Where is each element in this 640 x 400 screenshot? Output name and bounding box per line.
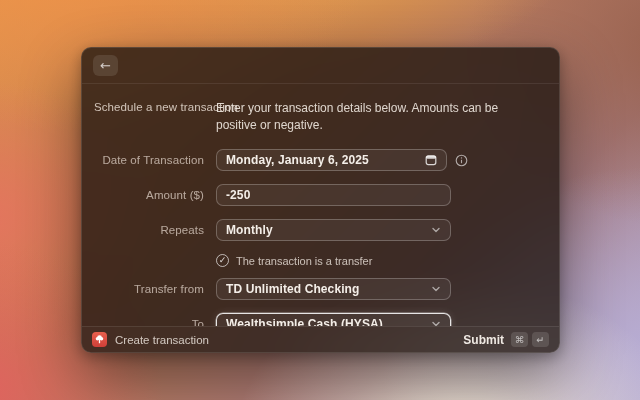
- chevron-down-icon: [431, 319, 441, 326]
- date-input[interactable]: Monday, January 6, 2025: [216, 149, 447, 171]
- submit-button[interactable]: Submit: [463, 333, 504, 347]
- transfer-to-value: Wealthsimple Cash (HYSA): [226, 317, 425, 326]
- transfer-checkbox-row: ✓ The transaction is a transfer: [94, 254, 547, 267]
- transfer-to-dropdown[interactable]: Wealthsimple Cash (HYSA): [216, 313, 451, 326]
- transfer-checkbox-label: The transaction is a transfer: [236, 255, 372, 267]
- amount-value: -250: [226, 188, 441, 202]
- modal-header: ←: [82, 48, 559, 84]
- back-button[interactable]: ←: [93, 55, 118, 76]
- transfer-checkbox[interactable]: ✓ The transaction is a transfer: [216, 254, 451, 267]
- info-icon[interactable]: [455, 154, 468, 167]
- app-tree-icon: [92, 332, 107, 347]
- checkbox-checked-icon: ✓: [216, 254, 229, 267]
- submit-shortcut: ⌘ ↵: [511, 332, 549, 347]
- transfer-to-label: To: [94, 318, 204, 326]
- section-label: Schedule a new transaction: [94, 100, 204, 113]
- command-key-icon: ⌘: [511, 332, 528, 347]
- transfer-from-value: TD Unlimited Checking: [226, 282, 425, 296]
- date-label: Date of Transaction: [94, 154, 204, 166]
- transfer-from-dropdown[interactable]: TD Unlimited Checking: [216, 278, 451, 300]
- repeats-dropdown[interactable]: Monthly: [216, 219, 451, 241]
- transfer-to-row: To Wealthsimple Cash (HYSA): [94, 313, 547, 326]
- return-key-icon: ↵: [532, 332, 549, 347]
- transfer-from-label: Transfer from: [94, 283, 204, 295]
- back-arrow-icon: ←: [100, 59, 111, 72]
- repeats-row: Repeats Monthly: [94, 219, 547, 241]
- chevron-down-icon: [431, 225, 441, 235]
- transfer-from-row: Transfer from TD Unlimited Checking: [94, 278, 547, 300]
- amount-input[interactable]: -250: [216, 184, 451, 206]
- repeats-value: Monthly: [226, 223, 425, 237]
- repeats-label: Repeats: [94, 224, 204, 236]
- chevron-down-icon: [431, 284, 441, 294]
- transaction-form: Schedule a new transaction Enter your tr…: [82, 84, 559, 326]
- calendar-icon[interactable]: [425, 154, 437, 166]
- amount-row: Amount ($) -250: [94, 184, 547, 206]
- date-value: Monday, January 6, 2025: [226, 153, 419, 167]
- form-section-row: Schedule a new transaction Enter your tr…: [94, 100, 547, 134]
- section-description: Enter your transaction details below. Am…: [216, 100, 536, 134]
- amount-label: Amount ($): [94, 189, 204, 201]
- modal-footer: Create transaction Submit ⌘ ↵: [82, 326, 559, 352]
- footer-action-label: Create transaction: [115, 334, 209, 346]
- schedule-transaction-modal: ← Schedule a new transaction Enter your …: [81, 47, 560, 353]
- date-row: Date of Transaction Monday, January 6, 2…: [94, 149, 547, 171]
